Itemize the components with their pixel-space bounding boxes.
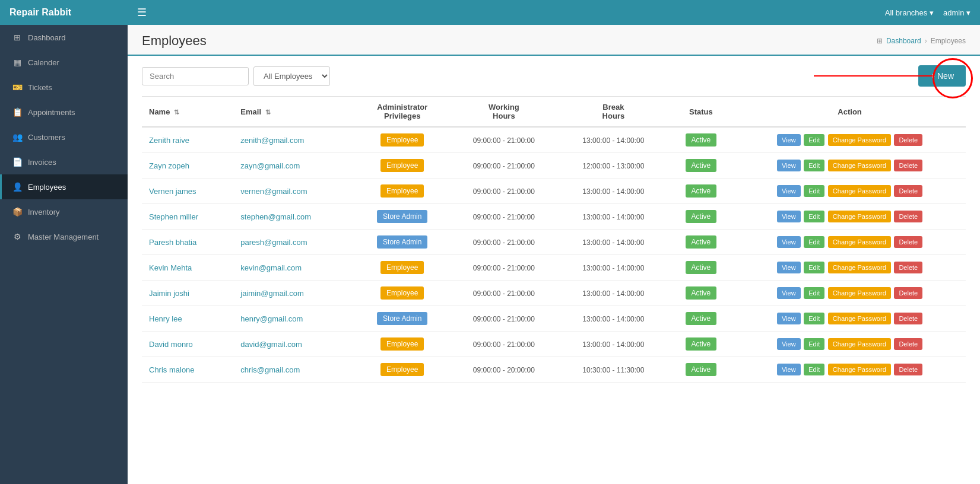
filter-dropdown[interactable]: All Employees <box>253 66 330 86</box>
change-password-button[interactable]: Change Password <box>828 338 891 350</box>
employee-name-link[interactable]: Paresh bhatia <box>149 238 196 247</box>
delete-button[interactable]: Delete <box>894 313 922 324</box>
dashboard-icon: ⊞ <box>12 33 22 42</box>
delete-button[interactable]: Delete <box>894 287 922 299</box>
delete-button[interactable]: Delete <box>894 236 922 248</box>
change-password-button[interactable]: Change Password <box>828 236 891 248</box>
employee-email-link[interactable]: kevin@gmail.com <box>240 263 302 272</box>
employee-privilege-cell: Store Admin <box>356 306 449 332</box>
change-password-button[interactable]: Change Password <box>828 160 891 171</box>
employee-email-link[interactable]: jaimin@gmail.com <box>240 289 303 298</box>
col-header-working-hours: WorkingHours <box>449 97 559 128</box>
customers-icon: 👥 <box>12 132 22 142</box>
edit-button[interactable]: Edit <box>804 364 824 375</box>
breadcrumb-home-link[interactable]: Dashboard <box>886 37 921 45</box>
employee-name-link[interactable]: Stephen miller <box>149 212 198 221</box>
edit-button[interactable]: Edit <box>804 160 824 171</box>
employee-name-link[interactable]: Kevin Mehta <box>149 263 192 272</box>
employee-name-link[interactable]: David monro <box>149 340 193 349</box>
employee-name-link[interactable]: Zayn zopeh <box>149 161 189 170</box>
hamburger-icon[interactable]: ☰ <box>137 6 147 19</box>
edit-button[interactable]: Edit <box>804 134 824 146</box>
view-button[interactable]: View <box>777 262 801 273</box>
employee-name-link[interactable]: Vernen james <box>149 187 196 196</box>
edit-button[interactable]: Edit <box>804 313 824 324</box>
employee-email-link[interactable]: stephen@gmail.com <box>240 212 311 221</box>
sidebar-item-tickets[interactable]: 🎫 Tickets <box>0 75 128 100</box>
view-button[interactable]: View <box>777 313 801 324</box>
invoices-icon: 📄 <box>12 157 22 167</box>
sidebar-item-dashboard[interactable]: ⊞ Dashboard <box>0 25 128 50</box>
sidebar-item-inventory[interactable]: 📦 Inventory <box>0 199 128 224</box>
sidebar-item-customers[interactable]: 👥 Customers <box>0 125 128 149</box>
employee-working-hours-cell: 09:00:00 - 21:00:00 <box>449 255 559 281</box>
break-hours-text: 13:00:00 - 14:00:00 <box>582 264 644 272</box>
edit-button[interactable]: Edit <box>804 185 824 197</box>
all-branches-dropdown[interactable]: All branches <box>885 8 934 17</box>
employee-name-link[interactable]: Zenith raive <box>149 136 189 145</box>
employee-email-link[interactable]: vernen@gmail.com <box>240 187 307 196</box>
change-password-button[interactable]: Change Password <box>828 134 891 146</box>
employee-status-cell: Active <box>668 306 734 332</box>
col-header-email: Email ⇅ <box>233 97 356 128</box>
sidebar-item-master-management[interactable]: ⚙ Master Management <box>0 224 128 249</box>
break-hours-text: 13:00:00 - 14:00:00 <box>582 340 644 349</box>
change-password-button[interactable]: Change Password <box>828 211 891 222</box>
delete-button[interactable]: Delete <box>894 134 922 146</box>
view-button[interactable]: View <box>777 364 801 375</box>
delete-button[interactable]: Delete <box>894 185 922 197</box>
view-button[interactable]: View <box>777 236 801 248</box>
sidebar-item-employees[interactable]: 👤 Employees <box>0 174 128 199</box>
change-password-button[interactable]: Change Password <box>828 313 891 324</box>
change-password-button[interactable]: Change Password <box>828 262 891 273</box>
employee-email-link[interactable]: zayn@gmail.com <box>240 161 300 170</box>
view-button[interactable]: View <box>777 287 801 299</box>
delete-button[interactable]: Delete <box>894 211 922 222</box>
change-password-button[interactable]: Change Password <box>828 287 891 299</box>
edit-button[interactable]: Edit <box>804 338 824 350</box>
employee-email-link[interactable]: paresh@gmail.com <box>240 238 307 247</box>
view-button[interactable]: View <box>777 134 801 146</box>
break-hours-text: 13:00:00 - 14:00:00 <box>582 213 644 221</box>
employee-name-link[interactable]: Henry lee <box>149 314 182 323</box>
page-header-bar: Employees ⊞ Dashboard › Employees <box>128 25 980 56</box>
sidebar-item-invoices[interactable]: 📄 Invoices <box>0 149 128 174</box>
sidebar-item-calender[interactable]: ▦ Calender <box>0 50 128 75</box>
edit-button[interactable]: Edit <box>804 287 824 299</box>
employee-email-link[interactable]: chris@gmail.com <box>240 365 300 374</box>
employee-action-cell: View Edit Change Password Delete <box>734 204 966 230</box>
employee-working-hours-cell: 09:00:00 - 21:00:00 <box>449 179 559 204</box>
view-button[interactable]: View <box>777 160 801 171</box>
change-password-button[interactable]: Change Password <box>828 185 891 197</box>
delete-button[interactable]: Delete <box>894 262 922 273</box>
name-sort-icon[interactable]: ⇅ <box>174 109 179 116</box>
employee-email-link[interactable]: david@gmail.com <box>240 340 302 349</box>
delete-button[interactable]: Delete <box>894 364 922 375</box>
master-management-icon: ⚙ <box>12 232 22 241</box>
privilege-badge: Store Admin <box>377 235 427 249</box>
view-button[interactable]: View <box>777 338 801 350</box>
employee-email-cell: stephen@gmail.com <box>233 204 356 230</box>
calender-icon: ▦ <box>12 58 22 67</box>
delete-button[interactable]: Delete <box>894 160 922 171</box>
employee-email-link[interactable]: henry@gmail.com <box>240 314 303 323</box>
employee-email-link[interactable]: zenith@gmail.com <box>240 136 304 145</box>
delete-button[interactable]: Delete <box>894 338 922 350</box>
employee-email-cell: vernen@gmail.com <box>233 179 356 204</box>
change-password-button[interactable]: Change Password <box>828 364 891 375</box>
email-sort-icon[interactable]: ⇅ <box>265 109 271 116</box>
view-button[interactable]: View <box>777 211 801 222</box>
edit-button[interactable]: Edit <box>804 236 824 248</box>
employee-name-link[interactable]: Jaimin joshi <box>149 289 189 298</box>
employee-privilege-cell: Employee <box>356 332 449 357</box>
view-button[interactable]: View <box>777 185 801 197</box>
edit-button[interactable]: Edit <box>804 262 824 273</box>
search-input[interactable] <box>142 67 249 85</box>
employee-name-cell: Zayn zopeh <box>142 153 233 179</box>
employee-name-link[interactable]: Chris malone <box>149 365 195 374</box>
admin-dropdown[interactable]: admin <box>943 8 971 17</box>
sidebar-item-appointments[interactable]: 📋 Appointments <box>0 100 128 125</box>
edit-button[interactable]: Edit <box>804 211 824 222</box>
privilege-badge: Employee <box>380 159 424 172</box>
sidebar-label-inventory: Inventory <box>28 208 59 216</box>
